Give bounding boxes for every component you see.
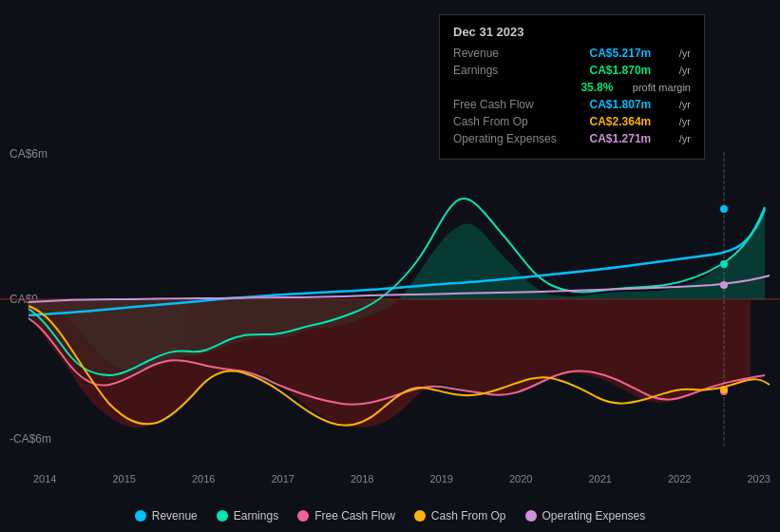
x-label-2023: 2023	[748, 473, 770, 484]
earnings-legend-label: Earnings	[234, 509, 278, 522]
opex-legend-label: Operating Expenses	[542, 509, 646, 522]
cashop-label: Cash From Op	[453, 115, 567, 128]
svg-point-3	[720, 260, 728, 268]
x-label-2022: 2022	[668, 473, 691, 484]
x-label-2014: 2014	[33, 473, 56, 484]
tooltip-row-fcf: Free Cash Flow CA$1.807m /yr	[453, 98, 691, 111]
earnings-dot	[217, 510, 228, 522]
legend-cashop: Cash From Op	[414, 509, 506, 522]
earnings-label: Earnings	[453, 64, 567, 77]
tooltip-row-profit: 35.8% profit margin	[453, 81, 691, 94]
revenue-label: Revenue	[453, 47, 567, 60]
fcf-legend-label: Free Cash Flow	[314, 509, 395, 522]
fcf-dot	[297, 510, 309, 522]
revenue-unit: /yr	[679, 48, 691, 59]
earnings-unit: /yr	[679, 65, 691, 76]
fcf-unit: /yr	[679, 99, 691, 110]
opex-label: Operating Expenses	[453, 132, 567, 145]
x-label-2017: 2017	[272, 473, 295, 484]
cashop-unit: /yr	[679, 116, 691, 127]
tooltip-row-cashop: Cash From Op CA$2.364m /yr	[453, 115, 691, 128]
tooltip-row-opex: Operating Expenses CA$1.271m /yr	[453, 132, 691, 145]
legend-opex: Operating Expenses	[525, 509, 646, 522]
svg-point-5	[720, 386, 728, 393]
tooltip-row-earnings: Earnings CA$1.870m /yr	[453, 64, 691, 77]
x-axis: 2014 2015 2016 2017 2018 2019 2020 2021 …	[33, 473, 770, 484]
revenue-legend-label: Revenue	[152, 509, 198, 522]
svg-point-2	[720, 205, 728, 213]
chart-legend: Revenue Earnings Free Cash Flow Cash Fro…	[0, 509, 780, 522]
cashop-dot	[414, 510, 426, 522]
opex-dot	[525, 510, 537, 522]
tooltip-row-revenue: Revenue CA$5.217m /yr	[453, 47, 691, 60]
cashop-legend-label: Cash From Op	[431, 509, 506, 522]
fcf-value: CA$1.807m	[590, 98, 652, 111]
x-label-2015: 2015	[113, 473, 136, 484]
revenue-dot	[135, 510, 146, 522]
profit-note: profit margin	[633, 82, 691, 93]
x-label-2018: 2018	[351, 473, 373, 484]
fcf-label: Free Cash Flow	[453, 98, 567, 111]
x-label-2019: 2019	[430, 473, 453, 484]
cashop-value: CA$2.364m	[590, 115, 652, 128]
legend-earnings: Earnings	[217, 509, 278, 522]
x-label-2021: 2021	[589, 473, 612, 484]
opex-value: CA$1.271m	[590, 132, 652, 145]
opex-unit: /yr	[679, 133, 691, 144]
legend-revenue: Revenue	[135, 509, 198, 522]
chart-svg	[0, 152, 780, 446]
earnings-value: CA$1.870m	[590, 64, 652, 77]
x-label-2016: 2016	[192, 473, 215, 484]
x-label-2020: 2020	[509, 473, 532, 484]
revenue-value: CA$5.217m	[590, 47, 652, 60]
profit-value: 35.8%	[580, 81, 613, 94]
legend-fcf: Free Cash Flow	[297, 509, 395, 522]
svg-point-6	[720, 281, 728, 289]
tooltip-date: Dec 31 2023	[453, 25, 691, 39]
tooltip-card: Dec 31 2023 Revenue CA$5.217m /yr Earnin…	[439, 14, 705, 160]
